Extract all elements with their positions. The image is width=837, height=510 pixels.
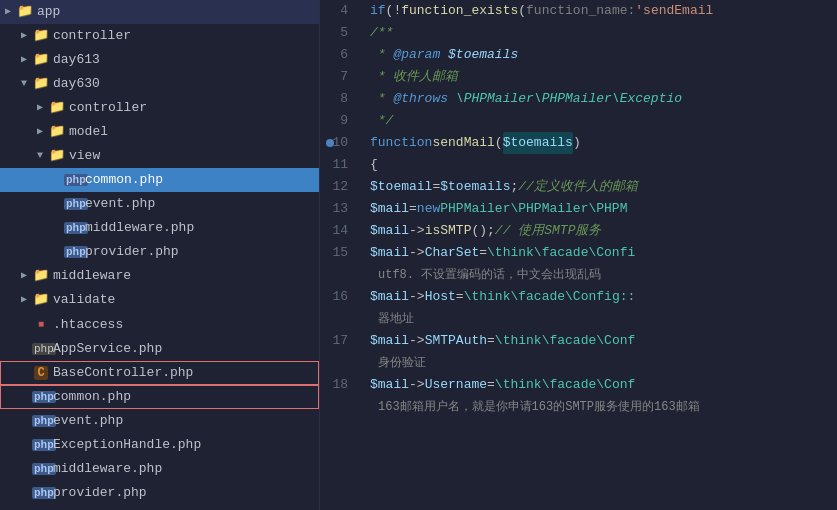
line-num-5: 5 (320, 22, 354, 44)
line-num-16: 16 (320, 286, 354, 308)
line-num-11: 11 (320, 154, 354, 176)
folder-icon: 📁 (48, 122, 66, 142)
line-num (320, 352, 354, 374)
tree-item-appservice_php[interactable]: phpAppService.php (0, 337, 319, 361)
tree-label-common_php_1: common.php (85, 170, 319, 190)
code-desc-line: 身份验证 (370, 352, 837, 374)
php-icon: php (64, 218, 82, 238)
code-area: 456789101112131415161718 if(!function_ex… (320, 0, 837, 510)
tree-arrow-model: ▶ (32, 122, 48, 142)
code-line-14: $mail->isSMTP();// 使用SMTP服务 (370, 220, 837, 242)
line-num-14: 14 (320, 220, 354, 242)
tree-item-htaccess[interactable]: ■.htaccess (0, 312, 319, 337)
folder-icon: 📁 (32, 50, 50, 70)
tree-item-middleware_php_2[interactable]: phpmiddleware.php (0, 457, 319, 481)
tree-label-event_php_1: event.php (85, 194, 319, 214)
folder-icon: 📁 (48, 146, 66, 166)
line-num-7: 7 (320, 66, 354, 88)
code-desc-line: 器地址 (370, 308, 837, 330)
line-num-18: 18 (320, 374, 354, 396)
tree-label-app: app (37, 2, 319, 22)
code-line-10: function sendMail($toemails) (370, 132, 837, 154)
tree-item-app[interactable]: ▶📁app (0, 0, 319, 24)
tree-label-provider_php_1: provider.php (85, 242, 319, 262)
tree-item-request_php[interactable]: CRequest.php (0, 505, 319, 510)
code-line-8: * @throws \PHPMailer\PHPMailer\Exceptio (370, 88, 837, 110)
tree-item-exceptionhandle_php[interactable]: phpExceptionHandle.php (0, 433, 319, 457)
tree-item-basecontroller_php[interactable]: CBaseController.php (0, 361, 319, 385)
tree-item-controller1[interactable]: ▶📁controller (0, 24, 319, 48)
tree-item-event_php_2[interactable]: phpevent.php (0, 409, 319, 433)
tree-item-model[interactable]: ▶📁model (0, 120, 319, 144)
tree-item-provider_php_2[interactable]: phpprovider.php (0, 481, 319, 505)
tree-arrow-view: ▼ (32, 146, 48, 166)
line-num-10: 10 (320, 132, 354, 154)
tree-label-day630: day630 (53, 74, 319, 94)
tree-label-basecontroller_php: BaseController.php (53, 363, 319, 383)
tree-arrow-middleware_folder: ▶ (16, 266, 32, 286)
tree-item-validate_folder[interactable]: ▶📁validate (0, 288, 319, 312)
tree-label-event_php_2: event.php (53, 411, 319, 431)
code-line-9: */ (370, 110, 837, 132)
tree-label-middleware_php_1: middleware.php (85, 218, 319, 238)
tree-item-day613[interactable]: ▶📁day613 (0, 48, 319, 72)
line-numbers: 456789101112131415161718 (320, 0, 362, 510)
tree-label-controller1: controller (53, 26, 319, 46)
code-line-11: { (370, 154, 837, 176)
php-icon: php (64, 170, 82, 190)
tree-label-validate_folder: validate (53, 290, 319, 310)
code-desc-line: utf8. 不设置编码的话，中文会出现乱码 (370, 264, 837, 286)
code-line-6: * @param $toemails (370, 44, 837, 66)
line-num-8: 8 (320, 88, 354, 110)
tree-item-common_php_2[interactable]: phpcommon.php (0, 385, 319, 409)
tree-label-controller2: controller (69, 98, 319, 118)
tree-label-model: model (69, 122, 319, 142)
tree-item-common_php_1[interactable]: phpcommon.php (0, 168, 319, 192)
tree-arrow-day613: ▶ (16, 50, 32, 70)
tree-item-provider_php_1[interactable]: phpprovider.php (0, 240, 319, 264)
c-icon: C (32, 363, 50, 383)
php-icon: php (32, 387, 50, 407)
folder-icon: 📁 (32, 74, 50, 94)
code-line-12: $toemail = $toemails;//定义收件人的邮箱 (370, 176, 837, 198)
tree-item-view[interactable]: ▼📁view (0, 144, 319, 168)
line-num-13: 13 (320, 198, 354, 220)
tree-item-middleware_php_1[interactable]: phpmiddleware.php (0, 216, 319, 240)
code-editor: 456789101112131415161718 if(!function_ex… (320, 0, 837, 510)
php-icon: php (64, 194, 82, 214)
htaccess-icon: ■ (32, 314, 50, 335)
line-num (320, 264, 354, 286)
php-icon: php (32, 435, 50, 455)
php-icon: php (32, 459, 50, 479)
tree-item-event_php_1[interactable]: phpevent.php (0, 192, 319, 216)
code-line-18: $mail->Username = \think\facade\Conf (370, 374, 837, 396)
tree-label-day613: day613 (53, 50, 319, 70)
line-num (320, 396, 354, 418)
tree-label-htaccess: .htaccess (53, 315, 319, 335)
tree-item-day630[interactable]: ▼📁day630 (0, 72, 319, 96)
code-line-15: $mail->CharSet = \think\facade\Confi (370, 242, 837, 264)
line-num-17: 17 (320, 330, 354, 352)
tree-label-appservice_php: AppService.php (53, 339, 319, 359)
folder-icon: 📁 (32, 26, 50, 46)
tree-label-middleware_folder: middleware (53, 266, 319, 286)
code-line-7: * 收件人邮箱 (370, 66, 837, 88)
folder-icon: 📁 (48, 98, 66, 118)
file-tree[interactable]: ▶📁app▶📁controller▶📁day613▼📁day630▶📁contr… (0, 0, 320, 510)
tree-item-controller2[interactable]: ▶📁controller (0, 96, 319, 120)
tree-label-common_php_2: common.php (53, 387, 319, 407)
php-icon: php (32, 483, 50, 503)
folder-icon: 📁 (32, 266, 50, 286)
code-desc-line: 163邮箱用户名，就是你申请163的SMTP服务使用的163邮箱 (370, 396, 837, 418)
line-num-6: 6 (320, 44, 354, 66)
line-num-15: 15 (320, 242, 354, 264)
tree-arrow-controller2: ▶ (32, 98, 48, 118)
code-content: if(!function_exists( function_name: 'sen… (362, 0, 837, 510)
line-num-12: 12 (320, 176, 354, 198)
code-line-4: if(!function_exists( function_name: 'sen… (370, 0, 837, 22)
line-num (320, 308, 354, 330)
folder-icon: 📁 (32, 290, 50, 310)
line-num-4: 4 (320, 0, 354, 22)
code-line-17: $mail->SMTPAuth = \think\facade\Conf (370, 330, 837, 352)
tree-item-middleware_folder[interactable]: ▶📁middleware (0, 264, 319, 288)
